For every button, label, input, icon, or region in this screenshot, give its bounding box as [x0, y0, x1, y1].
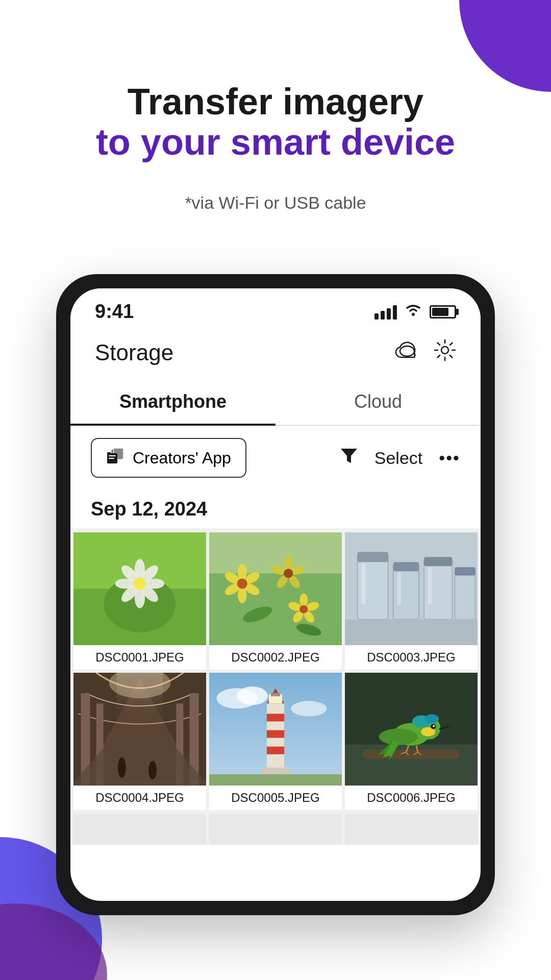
hero-title-line2: to your smart device [0, 122, 551, 162]
svg-point-23 [134, 578, 146, 590]
tab-smartphone[interactable]: Smartphone [70, 377, 276, 425]
status-time: 9:41 [95, 301, 134, 323]
svg-point-70 [148, 761, 157, 779]
phone-frame: 9:41 [56, 274, 495, 915]
svg-rect-50 [393, 564, 419, 620]
filter-icon[interactable] [340, 447, 358, 470]
photo-item[interactable]: DSC0001.JPEG [73, 532, 206, 670]
settings-icon[interactable] [434, 339, 456, 366]
photo-thumbnail [209, 673, 342, 786]
svg-rect-55 [455, 568, 475, 576]
photo-item[interactable]: DSC0006.JPEG [345, 673, 478, 810]
svg-point-2 [412, 313, 415, 316]
photo-filename: DSC0005.JPEG [209, 786, 342, 810]
svg-rect-77 [267, 730, 284, 738]
phone-screen: 9:41 [70, 288, 481, 901]
svg-point-32 [237, 579, 247, 589]
photo-item[interactable]: DSC0002.JPEG [209, 532, 342, 670]
header-action-icons [395, 339, 456, 366]
hero-section: Transfer imagery to your smart device *v… [0, 0, 551, 254]
svg-point-90 [424, 715, 439, 724]
svg-rect-86 [363, 750, 460, 759]
svg-rect-58 [428, 568, 432, 604]
toolbar: Creators' App Select ••• [70, 426, 481, 490]
hero-title-line1: Transfer imagery [0, 82, 551, 122]
photo-item[interactable]: DSC0005.JPEG [209, 673, 342, 810]
svg-point-39 [299, 594, 308, 607]
date-section: Sep 12, 2024 [70, 490, 481, 528]
svg-point-33 [284, 556, 292, 571]
photo-filename: DSC0006.JPEG [345, 786, 478, 810]
svg-rect-81 [271, 694, 280, 697]
photo-item[interactable]: DSC0003.JPEG [345, 532, 478, 670]
select-button[interactable]: Select [374, 448, 423, 468]
photo-thumbnail [73, 673, 206, 786]
more-options-button[interactable]: ••• [439, 448, 460, 468]
svg-point-69 [118, 757, 126, 778]
svg-rect-83 [209, 774, 342, 786]
svg-point-3 [400, 346, 414, 356]
creators-app-button[interactable]: Creators' App [91, 438, 246, 478]
photo-partial-item [73, 814, 206, 845]
creators-app-icon [106, 447, 126, 469]
phone-container: 9:41 [0, 274, 551, 946]
svg-rect-76 [267, 714, 284, 722]
svg-point-38 [284, 569, 293, 578]
svg-rect-68 [117, 673, 163, 714]
svg-point-73 [237, 687, 268, 705]
svg-rect-57 [397, 573, 401, 606]
hero-subtitle: *via Wi-Fi or USB cable [0, 193, 551, 213]
photo-partial-item [345, 814, 478, 845]
photo-filename: DSC0003.JPEG [345, 645, 478, 670]
svg-rect-53 [424, 557, 452, 567]
photo-thumbnail [73, 532, 206, 645]
battery-icon [430, 305, 456, 318]
photo-filename: DSC0004.JPEG [73, 786, 206, 810]
svg-rect-56 [362, 564, 366, 604]
tab-cloud[interactable]: Cloud [276, 377, 481, 425]
photo-grid-partial [70, 814, 481, 845]
signal-bars-icon [374, 304, 397, 320]
photo-item[interactable]: DSC0004.JPEG [73, 673, 206, 810]
wifi-icon [404, 303, 422, 321]
app-header: Storage [70, 329, 481, 377]
app-header-title: Storage [95, 340, 173, 365]
cloud-icon[interactable] [395, 340, 419, 365]
creators-app-label: Creators' App [133, 449, 231, 468]
svg-point-95 [379, 729, 418, 745]
svg-rect-54 [455, 569, 475, 620]
svg-point-93 [433, 725, 435, 727]
svg-rect-78 [267, 747, 284, 754]
toolbar-right: Select ••• [340, 447, 460, 470]
svg-rect-59 [345, 620, 478, 645]
photo-filename: DSC0001.JPEG [73, 645, 206, 670]
status-bar: 9:41 [70, 288, 481, 329]
photo-thumbnail [345, 673, 478, 786]
svg-point-4 [441, 347, 448, 354]
svg-marker-11 [341, 449, 357, 463]
svg-rect-51 [393, 562, 419, 572]
photo-partial-item [209, 814, 342, 845]
svg-point-44 [299, 605, 308, 614]
photo-grid: DSC0001.JPEG [70, 528, 481, 814]
photo-thumbnail [209, 532, 342, 645]
photo-thumbnail [345, 532, 478, 645]
svg-rect-49 [358, 552, 388, 562]
status-icons [374, 303, 456, 321]
tabs: Smartphone Cloud [70, 377, 481, 426]
photo-filename: DSC0002.JPEG [209, 645, 342, 670]
date-label: Sep 12, 2024 [91, 498, 207, 520]
svg-point-74 [291, 701, 327, 717]
